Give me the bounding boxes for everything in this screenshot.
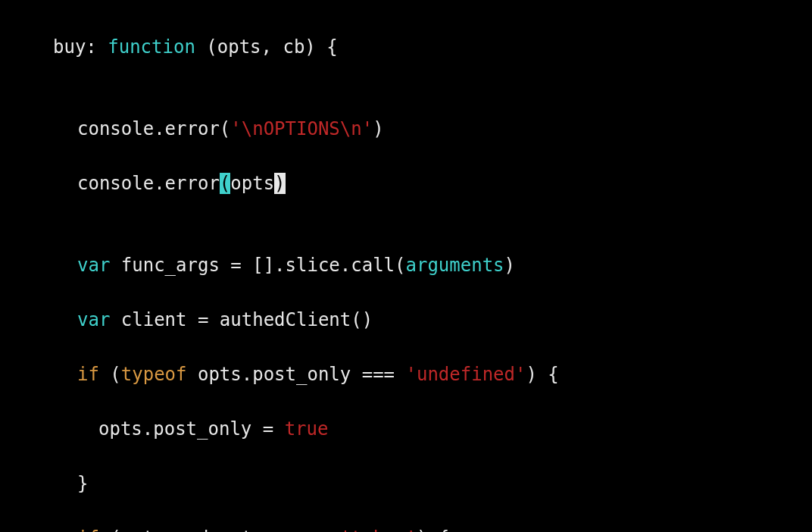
keyword-if: if — [77, 527, 99, 532]
identifier: arguments — [406, 255, 504, 276]
code-line: if (typeof opts.post_only === 'undefined… — [0, 361, 812, 388]
string-literal: 'undefined' — [406, 364, 526, 385]
text: } — [77, 473, 88, 494]
string-literal: '\nOPTIONS\n' — [230, 118, 373, 139]
keyword-var: var — [77, 309, 110, 330]
keyword-function: function — [108, 36, 195, 58]
text: (opts.order_type === — [99, 527, 340, 532]
code-line: } — [0, 470, 812, 497]
code-line: var func_args = [].slice.call(arguments) — [0, 252, 812, 279]
keyword-typeof: typeof — [121, 364, 187, 385]
code-line: console.error(opts) — [0, 170, 812, 197]
text: client = authedClient() — [110, 309, 373, 330]
text: : — [86, 36, 108, 58]
cursor-highlight: ( — [220, 173, 230, 194]
text: ) { — [417, 527, 449, 532]
keyword-var: var — [77, 255, 110, 276]
text: console.error( — [77, 118, 230, 139]
keyword-if: if — [77, 364, 99, 385]
code-line: if (opts.order_type === 'taker') { — [0, 524, 812, 532]
text: opts.post_only === — [187, 364, 406, 385]
text: func_args = [].slice.call( — [110, 255, 405, 276]
text: ) { — [526, 364, 558, 385]
code-editor[interactable]: buy: function (opts, cb) { console.error… — [0, 0, 812, 532]
keyword-true: true — [285, 418, 329, 440]
text: opts — [230, 173, 274, 194]
text: ( — [99, 364, 121, 385]
code-line: buy: function (opts, cb) { — [0, 33, 812, 61]
property-name: buy — [53, 36, 86, 58]
text: ) — [504, 255, 515, 276]
code-line: console.error('\nOPTIONS\n') — [0, 115, 812, 142]
text: opts.post_only = — [98, 418, 285, 440]
code-line: var client = authedClient() — [0, 306, 812, 333]
text: (opts, cb) { — [195, 36, 338, 58]
text: console.error — [77, 173, 220, 194]
code-line: opts.post_only = true — [0, 415, 812, 443]
text: ) — [373, 118, 383, 139]
cursor-position: ) — [274, 173, 285, 194]
string-literal: 'taker' — [340, 527, 417, 532]
